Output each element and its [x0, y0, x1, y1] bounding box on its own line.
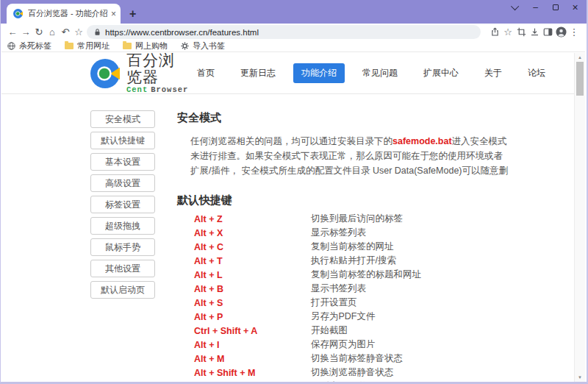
download-icon[interactable] — [528, 26, 541, 39]
feature-main: 安全模式 任何浏览器相关的问题，均可以通过安装目录下的safemode.bat进… — [177, 110, 509, 382]
tab-close-icon[interactable]: × — [111, 10, 116, 18]
shortcut-row: Alt + M切换当前标签静音状态 — [194, 352, 509, 366]
screenshot-crop-icon[interactable] — [514, 26, 528, 39]
close-button[interactable]: × — [565, 0, 585, 15]
url-text: https://www.centbrowser.cn/features.html — [105, 28, 259, 37]
nav-changelog[interactable]: 更新日志 — [232, 63, 284, 83]
profile-avatar[interactable] — [554, 26, 567, 39]
page-content: 安全模式 默认快捷键 基本设置 高级设置 标签设置 超级拖拽 鼠标手势 其他设置… — [1, 94, 574, 382]
main-nav: 首页 更新日志 功能介绍 常见问题 扩展中心 关于 论坛 — [189, 63, 553, 83]
sidebar-item-default-startup[interactable]: 默认启动页 — [90, 281, 155, 299]
nav-about[interactable]: 关于 — [476, 63, 510, 83]
shortcut-row: Alt + L复制当前标签的标题和网址 — [194, 268, 509, 282]
site-title: 百分浏览器 — [126, 53, 189, 85]
bookmark-kill-tab[interactable]: 杀死标签 — [7, 40, 51, 51]
gear-icon — [181, 42, 189, 50]
site-header: 百分浏览器 CentBrowser 首页 更新日志 功能介绍 常见问题 扩展中心… — [1, 53, 574, 94]
side-panel-icon[interactable] — [541, 26, 554, 39]
minimize-button[interactable]: – — [526, 0, 545, 15]
bookmark-folder-shopping[interactable]: 网上购物 — [123, 40, 168, 51]
bookmark-star-icon[interactable]: ☆ — [72, 26, 85, 39]
site-subtitle: CentBrowser — [126, 85, 189, 94]
browser-tab[interactable]: 百分浏览器 - 功能介绍 × — [7, 4, 121, 24]
shortcut-row: Alt + S打开设置页 — [194, 296, 509, 310]
shortcuts-table: Alt + Z切换到最后访问的标签 Alt + X显示标签列表 Alt + C复… — [194, 212, 509, 382]
browser-window: 百分浏览器 - 功能介绍 × + – × ← → ↻ ⌂ ↶ ☆ https:/… — [0, 0, 588, 384]
tab-title: 百分浏览器 - 功能介绍 — [28, 8, 108, 19]
home-icon[interactable]: ⌂ — [46, 26, 59, 39]
folder-icon — [123, 43, 132, 49]
shortcut-row: Ctrl + Shift + A开始截图 — [194, 324, 509, 338]
shortcut-row: Alt + C复制当前标签的网址 — [194, 240, 509, 254]
sidebar-item-basic-settings[interactable]: 基本设置 — [90, 153, 155, 171]
nav-faq[interactable]: 常见问题 — [354, 63, 406, 83]
new-tab-button[interactable]: + — [129, 8, 136, 20]
shortcut-row: Alt + Z切换到最后访问的标签 — [194, 212, 509, 226]
menu-dots-icon[interactable]: ⋮ — [567, 26, 581, 39]
safemode-bat-keyword: safemode.bat — [392, 136, 452, 146]
safe-mode-heading: 安全模式 — [177, 110, 509, 125]
window-controls: – × — [506, 0, 585, 15]
browser-toolbar: ← → ↻ ⌂ ↶ ☆ https://www.centbrowser.cn/f… — [1, 24, 585, 40]
bookmark-folder-common-sites[interactable]: 常用网址 — [65, 40, 110, 51]
sidebar-item-shortcuts[interactable]: 默认快捷键 — [90, 132, 155, 149]
nav-extensions[interactable]: 扩展中心 — [415, 63, 467, 83]
safe-mode-paragraph: 任何浏览器相关的问题，均可以通过安装目录下的safemode.bat进入安全模式… — [190, 134, 509, 178]
folder-icon — [65, 43, 74, 49]
site-logo[interactable]: 百分浏览器 CentBrowser — [90, 53, 189, 94]
sidebar-item-advanced-settings[interactable]: 高级设置 — [90, 174, 155, 192]
shortcut-row: Alt + G(历史记录)后退 — [194, 380, 509, 382]
sidebar-item-other-settings[interactable]: 其他设置 — [90, 260, 155, 277]
shortcut-row: Alt + P另存为PDF文件 — [194, 310, 509, 324]
back-icon[interactable]: ← — [6, 26, 19, 39]
sidebar-item-safe-mode[interactable]: 安全模式 — [90, 110, 155, 128]
address-bar[interactable]: https://www.centbrowser.cn/features.html — [87, 25, 481, 39]
sidebar-item-super-drag[interactable]: 超级拖拽 — [90, 217, 155, 235]
bookmark-import[interactable]: 导入书签 — [181, 40, 225, 51]
feature-sidebar: 安全模式 默认快捷键 基本设置 高级设置 标签设置 超级拖拽 鼠标手势 其他设置… — [90, 110, 155, 382]
nav-home[interactable]: 首页 — [189, 63, 223, 83]
cent-browser-logo-icon — [90, 59, 120, 88]
nav-features[interactable]: 功能介绍 — [293, 63, 345, 83]
scrollbar-thumb[interactable] — [576, 62, 584, 96]
scroll-up-arrow-icon[interactable]: ▲ — [575, 53, 585, 62]
reload-icon[interactable]: ↻ — [32, 26, 46, 39]
shortcut-row: Alt + T执行粘贴并打开/搜索 — [194, 254, 509, 268]
sidebar-item-mouse-gesture[interactable]: 鼠标手势 — [90, 238, 155, 256]
shortcut-row: Alt + X显示标签列表 — [194, 226, 509, 240]
shortcut-row: Alt + Shift + M切换浏览器静音状态 — [194, 366, 509, 380]
web-page: 百分浏览器 CentBrowser 首页 更新日志 功能介绍 常见问题 扩展中心… — [1, 53, 574, 382]
share-icon[interactable] — [488, 26, 501, 39]
bookmarks-bar: 杀死标签 常用网址 网上购物 导入书签 — [1, 40, 585, 52]
undo-icon[interactable]: ↶ — [59, 26, 72, 39]
favorite-star-icon[interactable]: ☆ — [501, 26, 514, 39]
maximize-button[interactable] — [545, 0, 565, 15]
title-bar: 百分浏览器 - 功能介绍 × + – × — [1, 0, 587, 24]
scroll-down-arrow-icon[interactable]: ▼ — [575, 373, 585, 382]
globe-icon — [7, 42, 15, 50]
nav-forum[interactable]: 论坛 — [520, 63, 553, 83]
page-scrollbar[interactable]: ▲ ▼ — [574, 53, 585, 382]
shortcut-row: Alt + I保存网页为图片 — [194, 338, 509, 352]
forward-icon[interactable]: → — [19, 26, 32, 39]
tab-favicon-icon — [13, 9, 23, 18]
page-viewport: 百分浏览器 CentBrowser 首页 更新日志 功能介绍 常见问题 扩展中心… — [1, 53, 585, 382]
lock-icon — [94, 28, 101, 36]
tab-search-chevron-icon[interactable] — [506, 0, 526, 15]
shortcut-row: Alt + B显示书签列表 — [194, 282, 509, 296]
shortcuts-heading: 默认快捷键 — [177, 193, 509, 207]
sidebar-item-tab-settings[interactable]: 标签设置 — [90, 196, 155, 213]
